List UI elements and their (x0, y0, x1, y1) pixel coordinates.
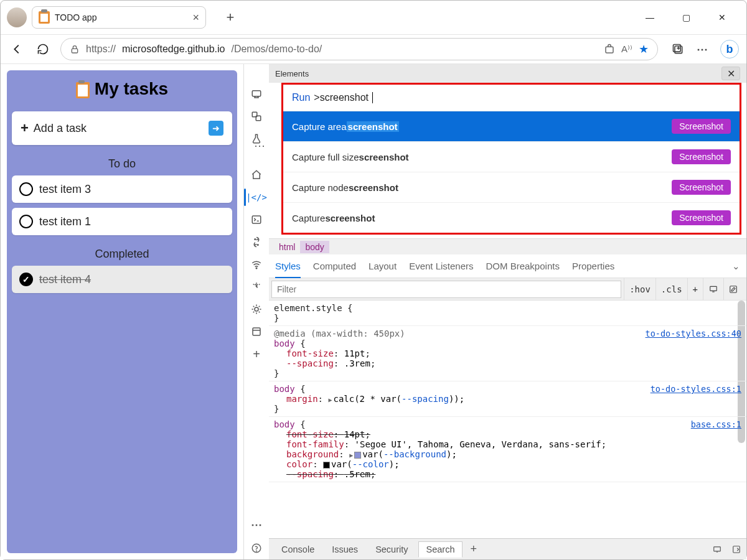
task-item-done[interactable]: test item 4 (12, 266, 232, 293)
application-tool-icon[interactable] (244, 320, 269, 343)
task-item[interactable]: test item 3 (12, 175, 232, 203)
collapse-drawer-icon[interactable] (731, 545, 741, 554)
network-tool-icon[interactable] (244, 253, 269, 276)
svg-rect-0 (72, 49, 77, 53)
cls-button[interactable]: .cls (655, 278, 687, 300)
breadcrumb-item[interactable]: body (300, 241, 329, 253)
command-input[interactable]: Run >screenshot (283, 85, 740, 111)
styles-panel: element.style {} @media (max-width: 450p… (269, 301, 746, 538)
close-window-button[interactable]: ✕ (716, 12, 728, 23)
console-tool-icon[interactable] (244, 208, 269, 231)
chevron-down-icon[interactable]: ⌄ (732, 261, 740, 272)
profile-avatar[interactable] (7, 7, 27, 27)
svg-rect-16 (710, 286, 717, 291)
new-tab-button[interactable]: + (223, 11, 237, 24)
help-icon[interactable] (244, 537, 269, 559)
drawer-tab-issues[interactable]: Issues (324, 542, 365, 557)
command-item[interactable]: Capture full size screenshotScreenshot (283, 141, 740, 172)
svg-rect-7 (252, 216, 261, 223)
svg-point-15 (256, 551, 257, 551)
svg-point-9 (258, 245, 259, 246)
command-item[interactable]: Capture node screenshotScreenshot (283, 172, 740, 202)
url-host: microsoftedge.github.io (122, 44, 225, 55)
styles-toolbar: :hov .cls + (269, 278, 746, 301)
back-button[interactable] (8, 40, 26, 58)
refresh-button[interactable] (34, 40, 52, 58)
svg-rect-13 (253, 328, 260, 335)
category-badge: Screenshot (672, 180, 731, 195)
memory-tool-icon[interactable] (244, 298, 269, 320)
tab-layout[interactable]: Layout (369, 261, 397, 271)
command-item[interactable]: Capture area screenshotScreenshot (283, 111, 740, 141)
dock-icon[interactable] (712, 545, 723, 554)
svg-point-12 (255, 307, 258, 311)
read-aloud-icon[interactable]: A⁾⁾ (621, 44, 632, 55)
shopping-icon[interactable] (604, 44, 615, 55)
drawer-tab-search[interactable]: Search (418, 541, 463, 558)
source-link[interactable]: to-do-styles.css:1 (651, 384, 741, 394)
submit-task-button[interactable]: ➜ (209, 121, 223, 136)
todo-section-header: To do (12, 157, 232, 170)
elements-tool-icon[interactable]: |</> (244, 186, 269, 208)
command-item[interactable]: Capture screenshotScreenshot (283, 202, 740, 233)
page-content: My tasks + Add a task ➜ To do test item … (1, 64, 243, 559)
checkbox-icon[interactable] (19, 215, 33, 228)
new-style-button[interactable]: + (687, 278, 703, 300)
hov-button[interactable]: :hov (624, 278, 655, 300)
svg-rect-18 (714, 546, 721, 551)
home-tool-icon[interactable] (244, 164, 269, 186)
completed-section-header: Completed (12, 248, 232, 261)
sidebar-tabs: Styles Computed Layout Event Listeners D… (269, 254, 746, 278)
inspect-tool-icon[interactable] (244, 105, 269, 128)
url-input[interactable]: https://microsoftedge.github.io/Demos/de… (60, 38, 658, 60)
svg-point-8 (255, 239, 256, 240)
tab-close-icon[interactable]: × (192, 11, 199, 24)
source-link[interactable]: base.css:1 (691, 419, 741, 429)
more-icon[interactable]: ⋯ (697, 42, 708, 56)
checkbox-checked-icon[interactable] (19, 273, 33, 286)
source-link[interactable]: to-do-styles.css:40 (646, 329, 741, 338)
filter-input[interactable] (271, 281, 621, 298)
url-path: /Demos/demo-to-do/ (231, 44, 322, 55)
more-tools-icon[interactable]: ⋯ (244, 512, 269, 537)
sources-tool-icon[interactable] (244, 231, 269, 253)
url-bar-row: https://microsoftedge.github.io/Demos/de… (1, 34, 746, 64)
breadcrumb-item[interactable]: html (274, 241, 300, 253)
category-badge: Screenshot (672, 119, 731, 134)
command-menu: Run >screenshot Capture area screenshotS… (281, 83, 741, 235)
browser-tab[interactable]: TODO app × (32, 6, 206, 29)
tab-event-listeners[interactable]: Event Listeners (409, 261, 473, 271)
overflow-icon[interactable]: ⋯ (254, 139, 265, 152)
maximize-button[interactable]: ▢ (680, 12, 692, 23)
add-drawer-tab[interactable]: + (465, 543, 482, 556)
favorite-icon[interactable]: ★ (639, 42, 649, 56)
drawer-tab-console[interactable]: Console (274, 542, 322, 557)
drawer-tab-security[interactable]: Security (368, 542, 415, 557)
pin-icon[interactable] (723, 278, 743, 300)
title-bar: TODO app × + — ▢ ✕ (1, 1, 746, 34)
tab-dom-breakpoints[interactable]: DOM Breakpoints (486, 261, 560, 271)
tab-properties[interactable]: Properties (572, 261, 614, 271)
checkbox-icon[interactable] (19, 182, 33, 196)
clipboard-icon (39, 11, 50, 24)
devtools-header: Elements ✕ (269, 64, 746, 83)
minimize-button[interactable]: — (644, 12, 655, 23)
collections-icon[interactable] (672, 43, 684, 55)
tab-styles[interactable]: Styles (275, 261, 301, 271)
category-badge: Screenshot (672, 210, 731, 225)
svg-rect-4 (252, 91, 261, 96)
drawer-tabs: Console Issues Security Search + (269, 538, 746, 559)
tab-computed[interactable]: Computed (313, 261, 356, 271)
add-tool-icon[interactable]: + (244, 343, 269, 365)
category-badge: Screenshot (672, 149, 731, 164)
add-task-input[interactable]: + Add a task ➜ (12, 111, 232, 145)
svg-rect-17 (730, 286, 737, 292)
computed-toggle-icon[interactable] (703, 278, 723, 300)
url-scheme: https:// (86, 44, 116, 55)
close-panel-button[interactable]: ✕ (721, 67, 740, 80)
bing-icon[interactable]: b (720, 40, 739, 58)
welcome-tool-icon[interactable] (244, 83, 269, 105)
performance-tool-icon[interactable] (244, 276, 269, 298)
run-prefix: Run (292, 92, 310, 103)
task-item[interactable]: test item 1 (12, 208, 232, 235)
